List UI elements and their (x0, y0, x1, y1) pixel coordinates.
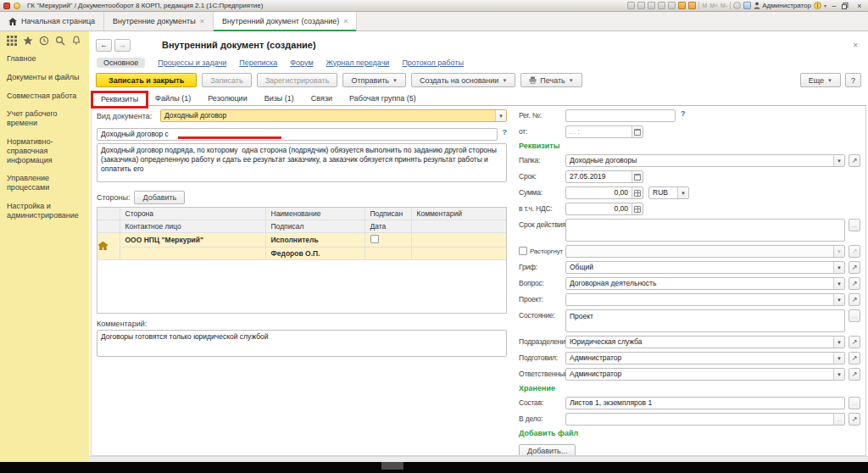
calculator-icon[interactable] (632, 187, 643, 198)
calendar-icon[interactable] (632, 126, 643, 137)
history-clock-icon[interactable] (39, 36, 49, 46)
role-cell[interactable]: Исполнитель (265, 232, 364, 247)
chevron-down-icon[interactable]: ▼ (677, 187, 688, 198)
more-button[interactable]: Еще▼ (800, 73, 841, 87)
calculator-icon[interactable] (688, 2, 696, 9)
tab-visas[interactable]: Визы (1) (256, 92, 303, 105)
nav-transfer-log[interactable]: Журнал передачи (326, 58, 390, 67)
column-header-contact[interactable]: Контактное лицо (120, 220, 265, 232)
close-tab-icon[interactable]: × (200, 17, 204, 25)
open-button[interactable]: ↗ (849, 368, 860, 381)
sidebar-item-reference-info[interactable]: Нормативно-справочная информация (7, 137, 89, 164)
chevron-down-icon[interactable]: ▼ (833, 278, 844, 289)
sidebar-item-settings-admin[interactable]: Настройка и администрирование (7, 202, 89, 220)
favorites-star-icon[interactable] (23, 36, 33, 46)
comment-cell[interactable] (411, 232, 506, 247)
ellipsis-button[interactable]: ... (849, 219, 860, 231)
question-combo[interactable]: Договорная деятельность ▼ (565, 277, 845, 290)
close-tab-icon[interactable]: × (343, 17, 348, 25)
tab-requisites[interactable]: Реквизиты (92, 92, 147, 106)
calendar-icon[interactable] (678, 2, 686, 9)
chevron-down-icon[interactable]: ▼ (833, 262, 844, 273)
add-file-button[interactable]: Добавить... (519, 444, 576, 456)
nav-processes-tasks[interactable]: Процессы и задачи (158, 58, 226, 67)
tab-resolutions[interactable]: Резолюции (199, 92, 255, 105)
restore-button[interactable] (842, 3, 852, 9)
reg-date-input[interactable]: . . : (565, 125, 643, 138)
reg-number-input[interactable] (565, 109, 676, 122)
open-button[interactable]: ↗ (849, 277, 860, 290)
forward-button[interactable]: → (114, 39, 131, 52)
notifications-bell-icon[interactable] (71, 36, 81, 46)
date-cell[interactable] (364, 247, 411, 259)
comment-cell[interactable] (411, 247, 506, 259)
menu-grid-icon[interactable] (7, 36, 17, 46)
column-header-name[interactable]: Наименование (265, 208, 364, 220)
doc-description-textarea[interactable]: Доходный договор подряда, по которому од… (97, 143, 507, 182)
open-button[interactable]: ↗ (849, 352, 860, 364)
comment-textarea[interactable]: Договоры готовятся только юридической сл… (97, 330, 507, 357)
chevron-down-icon[interactable]: ▼ (495, 110, 506, 121)
signer-cell[interactable]: Федоров О.П. (265, 247, 364, 259)
doc-name-input[interactable] (97, 128, 498, 141)
copy-icon[interactable] (668, 2, 676, 9)
calendar-icon[interactable] (632, 171, 643, 182)
save-and-close-button[interactable]: Записать и закрыть (96, 73, 197, 87)
sidebar-item-main[interactable]: Главное (7, 54, 89, 64)
currency-combo[interactable]: RUB ▼ (648, 186, 689, 199)
composition-input[interactable]: Листов 1, экземпляров 1 (565, 397, 845, 409)
help-button[interactable]: ? (845, 73, 861, 87)
table-row[interactable]: ООО НПЦ "Меркурий" Исполнитель (97, 232, 506, 247)
nav-correspondence[interactable]: Переписка (239, 58, 277, 67)
ellipsis-button[interactable]: ... (849, 397, 860, 409)
print-button[interactable]: Печать▼ (520, 73, 581, 87)
signed-checkbox[interactable] (370, 235, 379, 243)
amount-input[interactable]: 0,00 (565, 186, 643, 199)
ellipsis-button[interactable]: ... (849, 309, 860, 322)
back-button[interactable]: ← (96, 39, 112, 52)
signed-cell[interactable] (364, 232, 411, 247)
memory-m-button[interactable]: M (702, 3, 707, 8)
contact-cell[interactable] (120, 247, 265, 259)
tab-files[interactable]: Файлы (1) (147, 92, 199, 105)
nav-forum[interactable]: Форум (290, 58, 313, 67)
chevron-down-icon[interactable]: ▼ (833, 294, 844, 305)
chevron-down-icon[interactable]: ▾ (824, 3, 826, 8)
close-form-icon[interactable]: × (849, 41, 861, 50)
responsible-combo[interactable]: Администратор ▼ (565, 368, 845, 381)
memory-mplus-button[interactable]: M+ (709, 3, 718, 8)
send-icon[interactable] (658, 2, 665, 9)
save-button[interactable]: Записать (202, 73, 251, 87)
column-header-signed[interactable]: Подписан (364, 208, 411, 220)
nav-work-protocol[interactable]: Протокол работы (402, 58, 463, 67)
register-button[interactable]: Зарегистрировать (257, 73, 338, 87)
party-cell[interactable]: ООО НПЦ "Меркурий" (120, 232, 265, 247)
terminated-checkbox[interactable] (519, 247, 527, 255)
open-button[interactable]: ↗ (849, 413, 860, 426)
tab-links[interactable]: Связи (303, 92, 341, 105)
add-party-button[interactable]: Добавить (134, 191, 185, 204)
chevron-down-icon[interactable]: ▼ (833, 353, 844, 364)
column-header-date[interactable]: Дата (364, 220, 411, 232)
tab-working-group[interactable]: Рабочая группа (5) (341, 92, 425, 105)
chevron-down-icon[interactable]: ▼ (833, 155, 844, 166)
vat-input[interactable]: 0,00 (565, 203, 643, 215)
open-button[interactable]: ↗ (849, 154, 860, 167)
split-panel-icon[interactable] (743, 2, 751, 9)
sidebar-item-documents-files[interactable]: Документы и файлы (7, 73, 89, 82)
zoom-icon[interactable] (733, 2, 741, 9)
doc-kind-combo[interactable]: Доходный договор ▼ (160, 109, 507, 122)
send-button[interactable]: Отправить▼ (342, 73, 406, 87)
chevron-down-icon[interactable]: ▼ (833, 337, 844, 348)
search-icon[interactable] (55, 36, 65, 46)
sidebar-item-time-tracking[interactable]: Учет рабочего времени (7, 109, 89, 128)
project-combo[interactable]: ▼ (565, 293, 845, 306)
info-icon[interactable]: i (814, 2, 821, 9)
open-button[interactable]: ↗ (849, 336, 860, 348)
column-header-signer[interactable]: Подписал (265, 220, 364, 232)
tab-internal-documents[interactable]: Внутренние документы × (104, 12, 214, 31)
chevron-down-icon[interactable]: ▼ (833, 369, 844, 380)
help-link[interactable]: ? (681, 109, 686, 118)
case-input[interactable]: .. (565, 413, 845, 426)
create-based-on-button[interactable]: Создать на основании▼ (411, 73, 515, 87)
